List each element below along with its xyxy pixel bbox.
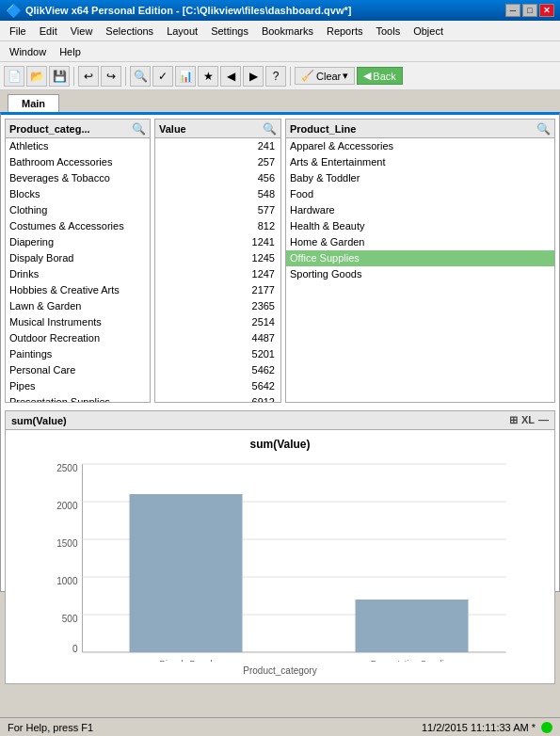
toolbar-check[interactable]: ✓ <box>152 66 173 87</box>
list-item[interactable]: Diapering <box>6 234 150 250</box>
list-item[interactable]: Athletics <box>6 138 150 154</box>
list-item[interactable]: 812 <box>155 218 280 234</box>
menu-object[interactable]: Object <box>408 24 449 39</box>
list-item[interactable]: Clothing <box>6 202 150 218</box>
list-item[interactable]: Costumes & Accessories <box>6 218 150 234</box>
listbox-product-line-search-icon[interactable]: 🔍 <box>536 122 551 136</box>
bar-presentation-supplies[interactable] <box>356 600 469 652</box>
listbox-value-search-icon[interactable]: 🔍 <box>263 122 277 136</box>
tab-area: Main <box>0 90 560 112</box>
list-item[interactable]: Office Supplies <box>286 250 554 266</box>
list-item[interactable]: Hobbies & Creative Arts <box>6 282 150 298</box>
list-item[interactable]: 456 <box>155 170 280 186</box>
list-item[interactable]: 548 <box>155 186 280 202</box>
toolbar-sep-2 <box>125 67 126 86</box>
menu-view[interactable]: View <box>65 24 99 39</box>
toolbar-undo[interactable]: ↩ <box>78 66 99 87</box>
menu-file[interactable]: File <box>4 24 32 39</box>
listbox-value: Value 🔍 24125745654857781212411245124721… <box>154 119 281 403</box>
menu-edit[interactable]: Edit <box>34 24 63 39</box>
list-item[interactable]: 241 <box>155 138 280 154</box>
list-item[interactable]: Health & Beauty <box>286 218 554 234</box>
menu-tools[interactable]: Tools <box>370 24 406 39</box>
toolbar-arrow[interactable]: ◀ <box>220 66 241 87</box>
chart-header-controls: ⊞ XL — <box>509 414 549 426</box>
eraser-icon: 🧹 <box>301 70 314 82</box>
list-item[interactable]: 2365 <box>155 298 280 314</box>
listbox-value-body[interactable]: 2412574565485778121241124512472177236525… <box>155 138 280 402</box>
toolbar-forward[interactable]: ▶ <box>243 66 264 87</box>
list-item[interactable]: Drinks <box>6 266 150 282</box>
listbox-product-category-body[interactable]: AthleticsBathroom AccessoriesBeverages &… <box>6 138 150 402</box>
list-item[interactable]: 5201 <box>155 346 280 362</box>
list-item[interactable]: Sporting Goods <box>286 266 554 282</box>
close-button[interactable]: ✕ <box>539 4 554 17</box>
list-item[interactable]: 577 <box>155 202 280 218</box>
menu-bookmarks[interactable]: Bookmarks <box>256 24 319 39</box>
list-item[interactable]: 2514 <box>155 314 280 330</box>
svg-text:2500: 2500 <box>56 463 78 473</box>
list-item[interactable]: Lawn & Garden <box>6 298 150 314</box>
title-bar-controls: ─ □ ✕ <box>505 4 554 17</box>
title-bar: 🔷 QlikView x64 Personal Edition - [C:\Ql… <box>0 0 560 21</box>
toolbar-question[interactable]: ? <box>265 66 286 87</box>
toolbar-save[interactable]: 💾 <box>49 66 70 87</box>
list-item[interactable]: 1247 <box>155 266 280 282</box>
toolbar-redo[interactable]: ↪ <box>101 66 121 87</box>
list-item[interactable]: Personal Care <box>6 362 150 378</box>
list-item[interactable]: 1245 <box>155 250 280 266</box>
list-item[interactable]: Beverages & Tobacco <box>6 170 150 186</box>
bar-dispaly-borad[interactable] <box>130 494 243 652</box>
list-item[interactable]: Arts & Entertainment <box>286 154 554 170</box>
list-item[interactable]: 5462 <box>155 362 280 378</box>
list-item[interactable]: Baby & Toddler <box>286 170 554 186</box>
menu-reports[interactable]: Reports <box>321 24 369 39</box>
svg-text:0: 0 <box>72 644 78 654</box>
list-item[interactable]: 5642 <box>155 378 280 394</box>
minimize-button[interactable]: ─ <box>505 4 520 17</box>
list-item[interactable]: Outdoor Recreation <box>6 330 150 346</box>
back-arrow-icon: ◀ <box>363 70 371 82</box>
list-item[interactable]: 4487 <box>155 330 280 346</box>
toolbar-open[interactable]: 📂 <box>26 66 47 87</box>
clear-dropdown-icon: ▾ <box>343 70 348 82</box>
chart-minimize-icon[interactable]: — <box>538 414 549 426</box>
list-item[interactable]: Dispaly Borad <box>6 250 150 266</box>
listbox-value-header: Value 🔍 <box>155 120 280 138</box>
list-item[interactable]: Musical Instruments <box>6 314 150 330</box>
listbox-product-line-body[interactable]: Apparel & AccessoriesArts & Entertainmen… <box>286 138 554 402</box>
maximize-button[interactable]: □ <box>522 4 537 17</box>
list-item[interactable]: Home & Garden <box>286 234 554 250</box>
clear-button[interactable]: 🧹 Clear ▾ <box>295 67 355 85</box>
list-item[interactable]: Food <box>286 186 554 202</box>
toolbar: 📄 📂 💾 ↩ ↪ 🔍 ✓ 📊 ★ ◀ ▶ ? 🧹 Clear ▾ ◀ Back <box>0 62 560 90</box>
toolbar-search[interactable]: 🔍 <box>130 66 151 87</box>
list-item[interactable]: Bathroom Accessories <box>6 154 150 170</box>
listbox-product-category-search-icon[interactable]: 🔍 <box>132 122 146 136</box>
toolbar-star[interactable]: ★ <box>198 66 218 87</box>
list-item[interactable]: 1241 <box>155 234 280 250</box>
toolbar-new[interactable]: 📄 <box>4 66 24 87</box>
menu-settings[interactable]: Settings <box>205 24 254 39</box>
chart-grid-icon[interactable]: ⊞ <box>509 414 518 426</box>
tab-main[interactable]: Main <box>8 94 59 112</box>
list-item[interactable]: Hardware <box>286 202 554 218</box>
back-label: Back <box>373 71 395 82</box>
toolbar-chart[interactable]: 📊 <box>175 66 196 87</box>
list-item[interactable]: Presentation Supplies <box>6 394 150 402</box>
chart-xl-icon[interactable]: XL <box>521 414 535 426</box>
menu-window[interactable]: Window <box>4 44 52 59</box>
list-item[interactable]: Pipes <box>6 378 150 394</box>
menu-selections[interactable]: Selections <box>100 24 159 39</box>
list-item[interactable]: Paintings <box>6 346 150 362</box>
back-button[interactable]: ◀ Back <box>357 67 402 85</box>
svg-text:2000: 2000 <box>56 501 78 511</box>
toolbar-sep-1 <box>73 67 74 86</box>
list-item[interactable]: 2177 <box>155 282 280 298</box>
list-item[interactable]: 257 <box>155 154 280 170</box>
list-item[interactable]: 6912 <box>155 394 280 402</box>
list-item[interactable]: Apparel & Accessories <box>286 138 554 154</box>
menu-layout[interactable]: Layout <box>161 24 203 39</box>
list-item[interactable]: Blocks <box>6 186 150 202</box>
menu-help[interactable]: Help <box>54 44 87 59</box>
